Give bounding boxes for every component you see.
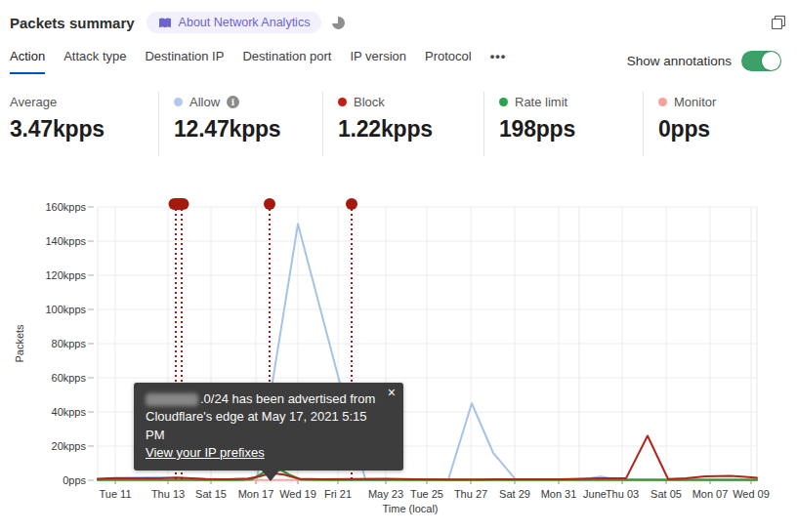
x-tick-label: Mon 07: [692, 488, 729, 500]
y-tick-label: 140kpps: [45, 235, 86, 247]
x-tick-label: Sat 05: [650, 488, 682, 500]
x-tick-label: Mon 17: [238, 488, 274, 500]
stat-label: Average: [10, 95, 57, 109]
tab-label: Action: [10, 49, 45, 63]
annotation-marker[interactable]: [346, 198, 357, 210]
x-tick-label: Fri 21: [324, 488, 352, 500]
tooltip-caret: [262, 471, 279, 481]
show-annotations-control: Show annotations: [627, 51, 781, 71]
redacted-ip-prefix: [146, 393, 198, 406]
annotation-tooltip: .0/24 has been advertised from Cloudflar…: [134, 383, 403, 471]
y-tick-label: 0pps: [63, 474, 86, 486]
stat-value: 3.47kpps: [10, 116, 158, 143]
y-tick-label: 60kpps: [52, 372, 87, 384]
tab[interactable]: Destination IP: [145, 49, 224, 74]
x-tick-label: Thu 03: [606, 488, 639, 500]
dimension-tabs: Action Attack type Destination IP Destin…: [10, 49, 506, 74]
tab-label: Protocol: [425, 49, 472, 63]
header: Packets summary About Network Analytics: [10, 8, 785, 37]
tab-label: Destination port: [242, 49, 331, 63]
legend-dot: [174, 98, 183, 106]
x-axis-title: Time (local): [382, 503, 438, 514]
book-icon: [158, 17, 172, 29]
legend-dot: [338, 98, 347, 106]
chart-canvas: 0pps20kpps40kpps60kpps80kpps100kpps120kp…: [0, 185, 797, 532]
legend-dot: [499, 98, 508, 106]
tab[interactable]: Attack type: [63, 49, 126, 74]
stats-row: Average i 3.47kpps Allow i 12.47kpps Blo…: [10, 92, 789, 156]
x-tick-label: May 23: [368, 488, 403, 500]
y-tick-label: 100kpps: [45, 304, 86, 315]
info-icon[interactable]: i: [227, 96, 239, 108]
y-tick-label: 40kpps: [52, 406, 87, 418]
stat-label: Monitor: [674, 95, 716, 109]
view-ip-prefixes-link[interactable]: View your IP prefixes: [146, 445, 265, 460]
stat-card: Allow i 12.47kpps: [158, 92, 322, 156]
annotations-toggle[interactable]: [741, 51, 781, 71]
x-tick-label: Wed 19: [279, 488, 316, 500]
x-tick-label: Thu 13: [151, 488, 185, 500]
stat-label: Rate limit: [515, 95, 567, 109]
month-label: June: [583, 488, 607, 500]
tab[interactable]: Destination port: [242, 49, 331, 74]
annotation-marker[interactable]: [264, 198, 275, 210]
toggle-knob: [762, 52, 780, 70]
x-tick-label: Tue 25: [410, 488, 443, 500]
show-annotations-label: Show annotations: [627, 54, 732, 68]
tooltip-line1: .0/24 has been advertised from: [146, 390, 378, 408]
stat-card: Block i 1.22kpps: [322, 92, 483, 156]
tab[interactable]: IP version: [350, 49, 406, 74]
about-network-analytics-badge[interactable]: About Network Analytics: [147, 12, 322, 33]
stat-label: Block: [354, 95, 385, 109]
x-tick-label: Wed 09: [733, 488, 770, 500]
restore-window-icon[interactable]: [772, 16, 785, 29]
y-tick-label: 120kpps: [45, 269, 86, 281]
tab-label: IP version: [350, 49, 406, 63]
tab[interactable]: •••: [490, 49, 507, 74]
annotation-marker[interactable]: [169, 198, 189, 210]
stat-value: 198pps: [499, 116, 643, 143]
pie-icon[interactable]: [332, 17, 345, 29]
y-tick-label: 20kpps: [52, 440, 87, 452]
x-tick-label: Thu 27: [454, 488, 487, 500]
tab-label: Destination IP: [145, 49, 224, 63]
tab-label: •••: [490, 49, 507, 63]
stat-value: 12.47kpps: [174, 116, 322, 143]
stat-card: Average i 3.47kpps: [10, 92, 158, 156]
tab[interactable]: Action: [10, 49, 45, 74]
legend-dot: [658, 98, 667, 106]
y-axis-title: Packets: [14, 324, 25, 363]
network-analytics-panel: Packets summary About Network Analytics …: [0, 0, 797, 532]
stat-value: 1.22kpps: [338, 116, 483, 143]
tab[interactable]: Protocol: [425, 49, 472, 74]
packets-chart: 0pps20kpps40kpps60kpps80kpps100kpps120kp…: [0, 185, 797, 532]
x-tick-label: Sat 29: [499, 488, 530, 500]
tooltip-line2: Cloudflare's edge at May 17, 2021 5:15 P…: [146, 408, 378, 444]
stat-label: Allow: [189, 95, 220, 109]
y-tick-label: 160kpps: [45, 201, 86, 213]
x-tick-label: Mon 31: [541, 488, 577, 500]
close-icon[interactable]: ×: [388, 386, 396, 399]
tab-label: Attack type: [63, 49, 126, 63]
page-title: Packets summary: [10, 15, 135, 31]
x-tick-label: Tue 11: [99, 488, 131, 500]
y-tick-label: 80kpps: [52, 338, 87, 349]
stat-card: Monitor i 0pps: [643, 92, 789, 156]
stat-card: Rate limit i 198pps: [483, 92, 643, 156]
badge-label: About Network Analytics: [179, 16, 311, 29]
x-tick-label: Sat 15: [195, 488, 227, 500]
stat-value: 0pps: [658, 116, 789, 143]
